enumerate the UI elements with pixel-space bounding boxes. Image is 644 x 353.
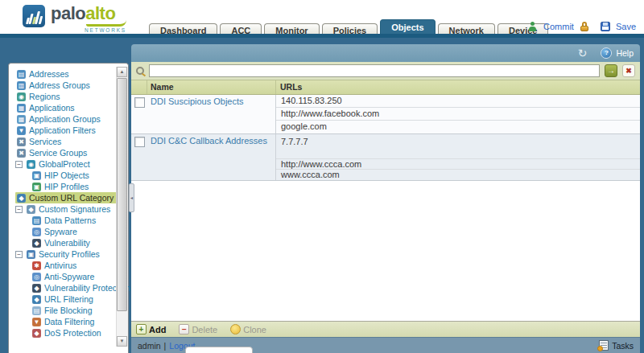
search-clear-icon[interactable]: ✖ [622,64,635,77]
column-header-name[interactable]: Name [147,80,276,94]
table-body: DDI Suscipious Objects140.115.83.250http… [131,95,640,181]
delete-button-label: Delete [192,325,217,335]
sidebar-item-custom-signatures[interactable]: −◆Custom Signatures [9,203,117,215]
sidebar-item-label: Security Profiles [39,249,100,259]
sidebar-item-inner: ◉Regions [15,91,65,102]
scroll-up-icon[interactable]: ▲ [117,67,127,77]
tree-collapse-icon[interactable]: − [15,206,23,213]
sidebar-item-application-groups[interactable]: ▦Application Groups [9,113,117,125]
sidebar-item-regions[interactable]: ◉Regions [9,91,117,102]
url-category-link[interactable]: DDI Suscipious Objects [151,96,244,106]
add-button-label: Add [149,325,166,335]
refresh-icon[interactable]: ↻ [578,47,588,59]
clone-button-label: Clone [243,325,266,335]
tasks-label: Tasks [612,341,634,351]
sidebar-scrollbar[interactable]: ▲ ▼ [116,67,128,347]
sidebar-item-data-patterns[interactable]: ▤Data Patterns [9,215,117,226]
username-label: admin [138,341,161,351]
sidebar-item-vulnerability-protection[interactable]: ◆Vulnerability Protection [9,282,117,293]
sidebar-item-url-filtering[interactable]: ◆URL Filtering [9,293,117,305]
logo-word-alto: alto [85,3,115,23]
checkbox-cell [131,95,147,133]
scrollbar-thumb[interactable] [117,78,127,311]
url-value: google.com [276,121,640,133]
logo-word-palo: palo [51,3,85,23]
sidebar-item-label: URL Filtering [44,294,93,304]
sidebar-item-antivirus[interactable]: ✱Antivirus [9,260,117,271]
sidebar-item-inner: ▤Addresses [15,68,74,80]
sidebar-item-inner: ▣Security Profiles [25,248,105,260]
url-value: http://www.ccca.com [276,159,640,170]
add-button[interactable]: + Add [136,324,166,335]
help-link[interactable]: Help [616,48,634,58]
sidebar-item-label: Custom URL Category [29,193,114,203]
clone-icon [230,324,241,335]
content-panel: ↻ ? Help → ✖ Name URLs DDI Suscipious Ob… [131,44,640,353]
sidebar-item-label: Services [29,137,61,146]
sidebar-item-inner: ✱Antivirus [31,260,81,271]
sidebar-item-label: Service Groups [29,148,87,158]
urls-cell: 7.7.7.7http://www.ccca.comwww.ccca.com [276,134,640,180]
sidebar-item-file-blocking[interactable]: ▤File Blocking [9,305,117,316]
sidebar-item-label: Data Filtering [44,317,94,326]
sidebar: ▤Addresses▥Address Groups◉Regions▦Applic… [8,63,129,353]
sidebar-item-inner: ▦Applications [15,102,80,113]
sidebar-item-dos-protection[interactable]: ◆DoS Protection [9,327,117,339]
sidebar-item-services[interactable]: ✖Services [9,136,117,147]
sidebar-item-inner: ◆Vulnerability [31,237,95,248]
sidebar-item-application-filters[interactable]: ▼Application Filters [9,125,117,136]
sidebar-item-hip-objects[interactable]: ▣HIP Objects [9,170,117,181]
hip-objects-icon: ▣ [32,171,41,180]
service-groups-icon: ✖ [17,149,26,158]
sidebar-item-inner: ▦Application Groups [15,113,105,125]
sidebar-item-addresses[interactable]: ▤Addresses [9,68,117,80]
sidebar-item-label: Application Groups [29,114,101,124]
save-button[interactable]: Save [616,22,636,31]
row-checkbox[interactable] [134,137,145,147]
sidebar-item-label: DoS Protection [44,328,101,338]
sidebar-item-vulnerability[interactable]: ◆Vulnerability [9,237,117,248]
url-value: http://www.facebook.com [276,108,640,121]
sidebar-item-label: Regions [29,92,60,101]
tree-collapse-icon[interactable]: − [15,251,23,258]
tree-collapse-icon[interactable]: − [15,161,23,168]
sidebar-item-spyware[interactable]: ◎Spyware [9,226,117,237]
commit-button[interactable]: Commit [543,22,574,31]
name-cell: DDI C&C Callback Addresses [147,134,276,180]
sidebar-item-label: Data Patterns [44,215,96,225]
sidebar-item-service-groups[interactable]: ✖Service Groups [9,147,117,158]
sidebar-item-address-groups[interactable]: ▥Address Groups [9,80,117,91]
sidebar-item-inner: ▥Address Groups [15,80,95,91]
delete-button[interactable]: − Delete [179,324,217,335]
unlock-icon[interactable] [580,21,588,32]
regions-icon: ◉ [17,92,26,101]
sidebar-item-label: HIP Objects [44,170,89,180]
sidebar-nav: ▤Addresses▥Address Groups◉Regions▦Applic… [9,68,117,339]
sidebar-item-applications[interactable]: ▦Applications [9,102,117,113]
custom-signatures-icon: ◆ [27,205,35,214]
select-all-column[interactable] [131,80,147,94]
scroll-down-icon[interactable]: ▼ [117,336,127,347]
sidebar-item-inner: ◆DoS Protection [31,327,106,339]
sidebar-collapse-icon[interactable]: ◂ [129,183,134,212]
sidebar-item-data-filtering[interactable]: ▼Data Filtering [9,316,117,327]
name-cell: DDI Suscipious Objects [147,95,276,133]
sidebar-item-inner: ◆Custom URL Category [15,192,118,203]
sidebar-item-globalprotect[interactable]: −◉GlobalProtect [9,158,117,170]
search-input[interactable] [149,64,600,77]
url-category-link[interactable]: DDI C&C Callback Addresses [151,136,267,146]
url-value: 7.7.7.7 [276,134,640,159]
sidebar-item-hip-profiles[interactable]: ▣HIP Profiles [9,181,117,192]
column-header-urls[interactable]: URLs [276,80,640,94]
row-checkbox[interactable] [134,97,145,108]
search-go-icon[interactable]: → [605,64,617,77]
data-patterns-icon: ▤ [32,216,41,225]
sidebar-item-inner: ◉GlobalProtect [25,158,95,170]
clone-button[interactable]: Clone [230,324,266,335]
help-icon[interactable]: ? [601,47,612,59]
sidebar-item-anti-spyware[interactable]: ◎Anti-Spyware [9,271,117,282]
sidebar-item-custom-url-category[interactable]: ◆Custom URL Category [9,192,117,203]
tasks-button[interactable]: Tasks [599,340,634,351]
sidebar-item-security-profiles[interactable]: −▣Security Profiles [9,248,117,260]
sidebar-item-inner: ▤Data Patterns [31,215,101,226]
